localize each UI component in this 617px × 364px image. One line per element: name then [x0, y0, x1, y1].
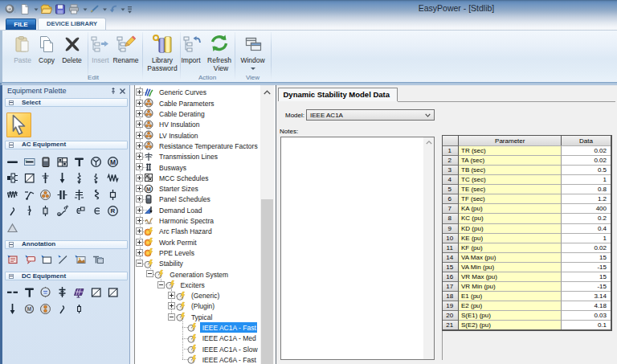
svg-text:M: M — [146, 186, 151, 191]
svg-text:M: M — [110, 158, 116, 166]
svg-text:R: R — [110, 207, 115, 215]
svg-text:M: M — [27, 306, 31, 312]
